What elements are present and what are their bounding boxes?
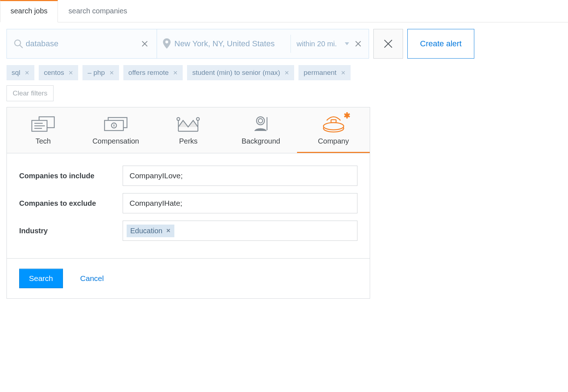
tag-remove-icon[interactable]: ✕ xyxy=(166,227,171,234)
exclude-label: Companies to exclude xyxy=(19,199,123,208)
tab-search-companies[interactable]: search companies xyxy=(58,0,137,22)
filter-chip[interactable]: – php✕ xyxy=(82,65,119,80)
perks-icon xyxy=(152,115,225,133)
svg-point-22 xyxy=(196,118,199,120)
svg-point-21 xyxy=(177,118,180,120)
filter-tab-tech[interactable]: Tech xyxy=(7,107,80,153)
tab-search-jobs[interactable]: search jobs xyxy=(0,0,58,22)
search-icon xyxy=(13,39,26,49)
chip-remove-icon[interactable]: ✕ xyxy=(109,69,114,76)
chip-remove-icon[interactable]: ✕ xyxy=(68,69,73,76)
filter-tab-company[interactable]: Company ✱ xyxy=(297,107,370,153)
filter-chip[interactable]: permanent✕ xyxy=(298,65,351,80)
location-pin-icon xyxy=(162,38,174,49)
svg-rect-28 xyxy=(331,120,336,123)
filter-tab-label: Tech xyxy=(35,137,51,145)
filter-chip[interactable]: offers remote✕ xyxy=(123,65,183,80)
top-tabs: search jobs search companies xyxy=(0,0,568,22)
chip-remove-icon[interactable]: ✕ xyxy=(341,69,346,76)
filter-tab-label: Compensation xyxy=(92,137,139,145)
compensation-icon xyxy=(80,115,152,133)
company-icon xyxy=(297,115,370,133)
distance-label: within 20 mi. xyxy=(297,40,337,48)
chevron-down-icon xyxy=(345,42,349,45)
search-button[interactable]: Search xyxy=(19,269,63,288)
search-row: within 20 mi. Create alert xyxy=(0,22,568,59)
companies-exclude-input[interactable] xyxy=(123,193,357,213)
include-label: Companies to include xyxy=(19,172,123,180)
filter-chip[interactable]: centos✕ xyxy=(39,65,78,80)
filter-panel: Tech Compensation Perks xyxy=(7,107,370,299)
close-search-button[interactable] xyxy=(373,29,403,59)
svg-point-23 xyxy=(257,117,264,125)
chip-label: centos xyxy=(44,69,64,77)
chip-label: – php xyxy=(88,69,105,77)
filter-tab-background[interactable]: Background xyxy=(225,107,297,153)
industry-tag: Education ✕ xyxy=(127,225,174,237)
keyword-wrap xyxy=(7,29,157,58)
clear-filters-button[interactable]: Clear filters xyxy=(7,85,54,101)
filter-tab-label: Company xyxy=(318,137,349,145)
panel-footer: Search Cancel xyxy=(7,258,370,298)
industry-row: Industry Education ✕ xyxy=(19,221,357,241)
chip-label: student (min) to senior (max) xyxy=(192,69,280,77)
industry-input[interactable]: Education ✕ xyxy=(123,221,357,241)
svg-line-1 xyxy=(20,45,23,48)
filter-tab-compensation[interactable]: Compensation xyxy=(80,107,152,153)
industry-label: Industry xyxy=(19,227,123,235)
filter-chip[interactable]: sql✕ xyxy=(7,65,34,80)
clear-location-icon[interactable] xyxy=(353,41,364,47)
background-icon xyxy=(225,115,297,133)
create-alert-button[interactable]: Create alert xyxy=(407,29,474,59)
include-row: Companies to include xyxy=(19,166,357,186)
location-input[interactable] xyxy=(174,39,291,48)
chip-remove-icon[interactable]: ✕ xyxy=(284,69,289,76)
chip-remove-icon[interactable]: ✕ xyxy=(25,69,29,76)
company-panel-body: Companies to include Companies to exclud… xyxy=(7,153,370,258)
cancel-button[interactable]: Cancel xyxy=(80,274,104,283)
chip-label: offers remote xyxy=(128,69,169,77)
filter-tab-perks[interactable]: Perks xyxy=(152,107,225,153)
chip-label: sql xyxy=(12,69,20,77)
keyword-input[interactable] xyxy=(26,39,139,48)
filter-tab-label: Background xyxy=(242,137,280,145)
svg-point-27 xyxy=(323,123,344,130)
filter-tabs: Tech Compensation Perks xyxy=(7,107,370,153)
distance-select[interactable]: within 20 mi. xyxy=(291,35,353,53)
clear-keyword-icon[interactable] xyxy=(139,41,150,47)
filter-chips: sql✕ centos✕ – php✕ offers remote✕ stude… xyxy=(0,59,568,80)
companies-include-input[interactable] xyxy=(123,166,357,186)
chip-remove-icon[interactable]: ✕ xyxy=(173,69,178,76)
exclude-row: Companies to exclude xyxy=(19,193,357,213)
active-indicator-icon: ✱ xyxy=(344,111,350,120)
location-wrap: within 20 mi. xyxy=(157,29,369,58)
tech-icon xyxy=(7,115,80,133)
industry-tag-label: Education xyxy=(130,227,162,235)
search-box: within 20 mi. xyxy=(7,29,369,59)
filter-chip[interactable]: student (min) to senior (max)✕ xyxy=(187,65,294,80)
chip-label: permanent xyxy=(304,69,336,77)
filter-tab-label: Perks xyxy=(179,137,198,145)
close-icon xyxy=(383,39,393,49)
svg-point-0 xyxy=(15,40,21,46)
svg-point-4 xyxy=(165,41,168,43)
